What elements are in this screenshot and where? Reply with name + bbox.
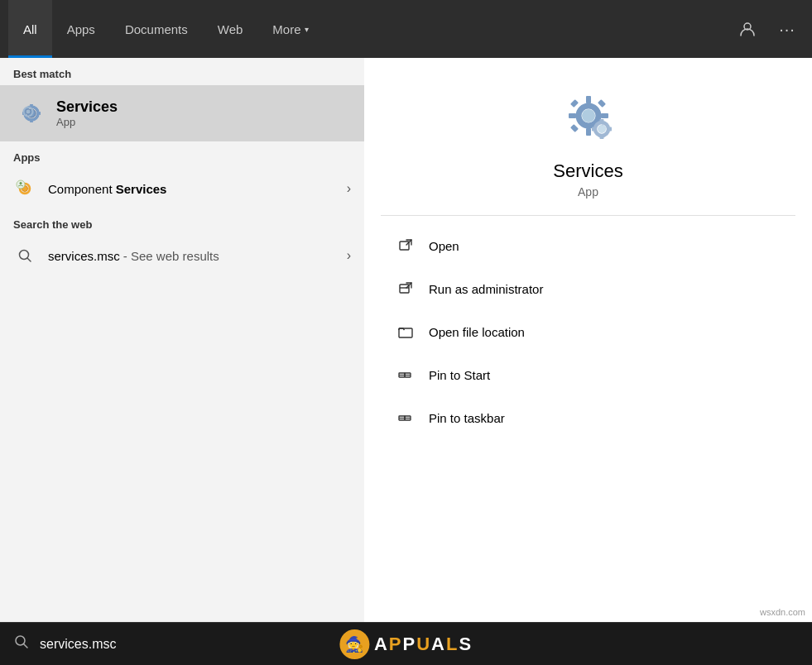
app-detail-subtitle: App: [578, 185, 598, 199]
app-detail-icon: [555, 83, 622, 149]
search-window: All Apps Documents Web More ▾: [0, 0, 812, 665]
svg-rect-30: [607, 127, 612, 132]
app-detail-name: Services: [553, 160, 622, 182]
best-match-header: Best match: [0, 58, 364, 85]
svg-rect-23: [598, 99, 606, 108]
search-input[interactable]: [40, 637, 799, 652]
best-match-subtitle: App: [56, 116, 118, 128]
best-match-name: Services: [56, 98, 118, 116]
more-options-button[interactable]: ···: [771, 12, 804, 45]
search-bar-icon: [13, 634, 30, 654]
pin-start-icon: [394, 363, 417, 386]
nav-tabs: All Apps Documents Web More ▾: [8, 0, 324, 58]
svg-rect-29: [592, 127, 597, 132]
svg-rect-21: [570, 99, 579, 108]
pin-to-taskbar-label: Pin to taskbar: [429, 411, 505, 425]
main-content: Best match: [0, 58, 812, 665]
left-panel: Best match: [0, 58, 364, 665]
search-bar: 🧙 APPUALS: [0, 622, 812, 665]
component-icon-svg: [14, 178, 36, 199]
search-icon-svg: [17, 248, 32, 263]
svg-rect-17: [586, 96, 591, 103]
pin-taskbar-icon: [394, 406, 417, 429]
open-icon: [394, 234, 417, 257]
nav-tab-more[interactable]: More ▾: [257, 0, 323, 58]
nav-bar: All Apps Documents Web More ▾: [0, 0, 812, 58]
component-services-icon: [13, 177, 36, 200]
nav-tab-web[interactable]: Web: [203, 0, 258, 58]
action-list: Open Run as administrator: [381, 224, 795, 439]
svg-rect-18: [586, 128, 591, 136]
svg-rect-33: [400, 285, 409, 293]
nav-right: ···: [731, 12, 804, 45]
person-icon: [738, 20, 757, 38]
svg-line-14: [27, 258, 31, 261]
svg-rect-10: [29, 188, 31, 190]
web-search-text: services.msc - See web results: [48, 249, 219, 263]
search-icon: [13, 244, 36, 267]
right-panel: Services App Open: [364, 58, 812, 665]
pin-to-start-label: Pin to Start: [429, 368, 490, 382]
folder-icon: [394, 320, 417, 343]
best-match-text: Services App: [56, 98, 118, 128]
nav-tab-all[interactable]: All: [8, 0, 52, 58]
open-file-location-label: Open file location: [429, 325, 525, 339]
svg-rect-31: [400, 242, 409, 250]
chevron-down-icon: ▾: [305, 25, 309, 34]
apps-header: Apps: [0, 141, 364, 169]
component-services-arrow: ›: [347, 181, 351, 196]
services-app-icon: [13, 97, 46, 130]
services-icon-svg: [13, 97, 46, 130]
svg-rect-27: [599, 119, 603, 124]
svg-rect-20: [601, 113, 608, 118]
nav-tab-apps[interactable]: Apps: [52, 0, 110, 58]
pin-to-start-action[interactable]: Pin to Start: [381, 353, 795, 396]
svg-line-44: [24, 644, 28, 648]
svg-point-3: [26, 109, 31, 114]
component-services-item[interactable]: Component Services ›: [0, 169, 364, 208]
svg-rect-19: [569, 113, 576, 118]
run-as-admin-action[interactable]: Run as administrator: [381, 267, 795, 310]
svg-rect-24: [570, 124, 579, 132]
pin-to-taskbar-action[interactable]: Pin to taskbar: [381, 396, 795, 439]
svg-point-26: [598, 125, 606, 133]
best-match-item[interactable]: Services App: [0, 85, 364, 141]
watermark: wsxdn.com: [760, 607, 805, 617]
svg-rect-36: [399, 328, 412, 337]
nav-tab-documents[interactable]: Documents: [110, 0, 203, 58]
open-file-location-action[interactable]: Open file location: [381, 310, 795, 353]
ellipsis-icon: ···: [779, 20, 795, 39]
open-action[interactable]: Open: [381, 224, 795, 267]
web-search-item[interactable]: services.msc - See web results ›: [0, 236, 364, 275]
svg-point-12: [20, 182, 22, 184]
admin-icon: [394, 277, 417, 300]
app-detail: Services App: [381, 83, 795, 216]
run-as-admin-label: Run as administrator: [429, 282, 543, 296]
services-large-icon-svg: [559, 86, 618, 146]
svg-rect-8: [24, 193, 26, 195]
person-icon-button[interactable]: [731, 12, 764, 45]
component-services-text: Component Services: [48, 182, 166, 196]
open-label: Open: [429, 239, 459, 253]
svg-rect-28: [599, 134, 603, 139]
web-header: Search the web: [0, 208, 364, 236]
web-search-arrow: ›: [347, 248, 351, 263]
svg-point-16: [582, 109, 595, 122]
